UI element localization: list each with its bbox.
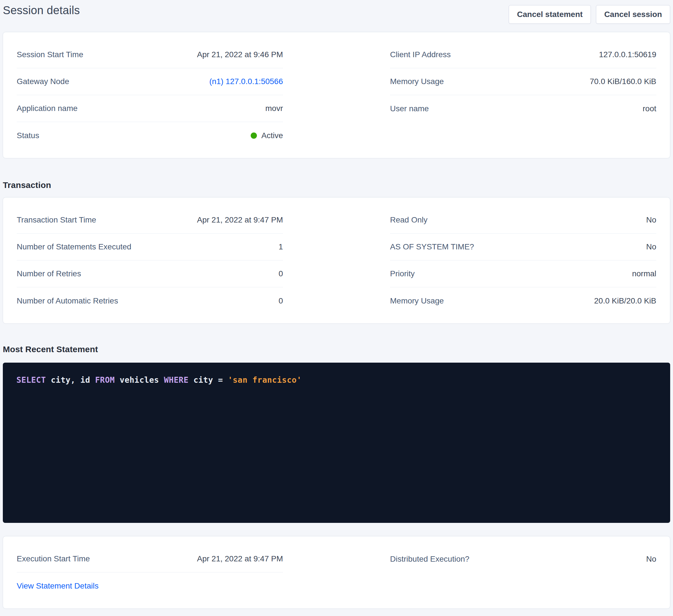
most-recent-statement-heading: Most Recent Statement: [3, 344, 670, 354]
user-name-value: root: [643, 104, 656, 113]
execution-start-time-row: Execution Start Time Apr 21, 2022 at 9:4…: [17, 546, 283, 572]
session-memory-usage-row: Memory Usage 70.0 KiB/160.0 KiB: [390, 68, 656, 95]
number-of-retries-row: Number of Retries 0: [17, 260, 283, 287]
automatic-retries-row: Number of Automatic Retries 0: [17, 287, 283, 314]
read-only-value: No: [646, 216, 656, 225]
sql-statement-box: SELECT city, id FROM vehicles WHERE city…: [3, 363, 670, 523]
read-only-row: Read Only No: [390, 207, 656, 234]
number-of-retries-value: 0: [278, 269, 283, 278]
transaction-card-left-column: Transaction Start Time Apr 21, 2022 at 9…: [17, 207, 283, 314]
view-statement-details-row: View Statement Details: [17, 572, 283, 599]
application-name-label: Application name: [17, 104, 77, 113]
client-ip-label: Client IP Address: [390, 50, 451, 59]
page-title: Session details: [3, 4, 80, 17]
transaction-start-time-label: Transaction Start Time: [17, 216, 96, 225]
application-name-row: Application name movr: [17, 95, 283, 122]
status-label: Status: [17, 131, 39, 140]
status-active-dot-icon: [251, 132, 257, 139]
transaction-section-heading: Transaction: [3, 180, 670, 190]
execution-start-time-label: Execution Start Time: [17, 554, 90, 563]
cancel-session-button[interactable]: Cancel session: [596, 5, 670, 24]
distributed-execution-row: Distributed Execution? No: [390, 546, 656, 572]
session-details-page: Session details Cancel statement Cancel …: [0, 0, 673, 609]
header-actions: Cancel statement Cancel session: [509, 4, 670, 24]
spacer: [3, 523, 670, 536]
priority-row: Priority normal: [390, 260, 656, 287]
number-of-retries-label: Number of Retries: [17, 269, 81, 278]
session-memory-usage-label: Memory Usage: [390, 77, 444, 86]
session-start-time-row: Session Start Time Apr 21, 2022 at 9:46 …: [17, 41, 283, 68]
user-name-row: User name root: [390, 95, 656, 122]
client-ip-row: Client IP Address 127.0.0.1:50619: [390, 41, 656, 68]
cancel-statement-button[interactable]: Cancel statement: [509, 5, 591, 24]
transaction-memory-usage-value: 20.0 KiB/20.0 KiB: [594, 296, 656, 305]
application-name-value: movr: [265, 104, 283, 113]
execution-start-time-value: Apr 21, 2022 at 9:47 PM: [197, 554, 283, 563]
session-card-right-column: Client IP Address 127.0.0.1:50619 Memory…: [390, 41, 656, 149]
transaction-card-right-column: Read Only No AS OF SYSTEM TIME? No Prior…: [390, 207, 656, 314]
distributed-execution-label: Distributed Execution?: [390, 555, 469, 564]
status-badge: Active: [251, 131, 283, 140]
view-statement-details-link[interactable]: View Statement Details: [17, 582, 98, 591]
execution-card-left-column: Execution Start Time Apr 21, 2022 at 9:4…: [17, 546, 283, 599]
transaction-start-time-value: Apr 21, 2022 at 9:47 PM: [197, 216, 283, 225]
page-header: Session details Cancel statement Cancel …: [3, 0, 670, 32]
as-of-system-time-value: No: [646, 242, 656, 251]
as-of-system-time-row: AS OF SYSTEM TIME? No: [390, 234, 656, 260]
priority-label: Priority: [390, 269, 415, 278]
execution-summary-card: Execution Start Time Apr 21, 2022 at 9:4…: [3, 536, 670, 609]
read-only-label: Read Only: [390, 216, 427, 225]
statements-executed-value: 1: [278, 242, 283, 251]
client-ip-value: 127.0.0.1:50619: [599, 50, 656, 59]
session-memory-usage-value: 70.0 KiB/160.0 KiB: [590, 77, 656, 86]
distributed-execution-value: No: [646, 555, 656, 564]
gateway-node-row: Gateway Node (n1) 127.0.0.1:50566: [17, 68, 283, 95]
session-summary-card: Session Start Time Apr 21, 2022 at 9:46 …: [3, 32, 670, 158]
as-of-system-time-label: AS OF SYSTEM TIME?: [390, 242, 474, 251]
statements-executed-label: Number of Statements Executed: [17, 242, 132, 251]
gateway-node-link[interactable]: (n1) 127.0.0.1:50566: [209, 77, 283, 86]
execution-card-right-column: Distributed Execution? No: [390, 546, 656, 572]
automatic-retries-label: Number of Automatic Retries: [17, 296, 118, 305]
status-row: Status Active: [17, 122, 283, 149]
gateway-node-label: Gateway Node: [17, 77, 69, 86]
transaction-memory-usage-row: Memory Usage 20.0 KiB/20.0 KiB: [390, 287, 656, 314]
automatic-retries-value: 0: [278, 296, 283, 305]
session-start-time-label: Session Start Time: [17, 50, 83, 59]
statements-executed-row: Number of Statements Executed 1: [17, 234, 283, 260]
session-card-left-column: Session Start Time Apr 21, 2022 at 9:46 …: [17, 41, 283, 149]
transaction-summary-card: Transaction Start Time Apr 21, 2022 at 9…: [3, 197, 670, 324]
transaction-memory-usage-label: Memory Usage: [390, 296, 444, 305]
status-value: Active: [261, 131, 283, 140]
transaction-start-time-row: Transaction Start Time Apr 21, 2022 at 9…: [17, 207, 283, 234]
user-name-label: User name: [390, 104, 429, 113]
priority-value: normal: [632, 269, 656, 278]
session-start-time-value: Apr 21, 2022 at 9:46 PM: [197, 50, 283, 59]
sql-statement: SELECT city, id FROM vehicles WHERE city…: [16, 374, 657, 386]
